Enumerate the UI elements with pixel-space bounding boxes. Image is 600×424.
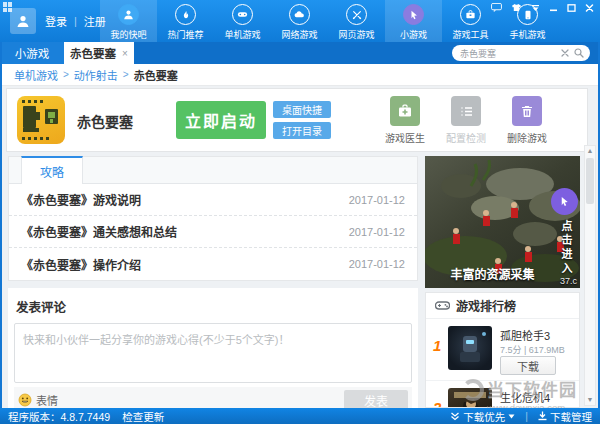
caret-down-icon <box>508 414 515 419</box>
video-corner-mark: 37.c <box>560 276 577 286</box>
gamepad-icon <box>232 4 253 25</box>
statusbar-divider: | <box>525 410 528 422</box>
cloud-icon <box>289 4 310 25</box>
list-check-icon <box>451 96 481 126</box>
medkit-icon <box>390 96 420 126</box>
ranking-panel: 游戏排行榜 1 孤胆枪手3 7.5分 | 617.9MB 下载 2 生化危机4 … <box>425 292 580 408</box>
window-edge <box>0 42 2 424</box>
maximize-button[interactable] <box>567 4 576 12</box>
open-directory-button[interactable]: 打开目录 <box>273 122 331 139</box>
tab-close-icon[interactable]: × <box>122 48 128 59</box>
enter-label[interactable]: 点击进入 <box>558 220 574 276</box>
feedback-icon[interactable] <box>491 3 502 12</box>
game-actions: 游戏医生 配置检测 删除游戏 <box>385 96 547 145</box>
emoji-button[interactable]: 表情 <box>18 392 58 408</box>
status-bar: 程序版本：4.8.7.7449 检查更新 下载优先 | 下载管理 <box>0 408 600 424</box>
minimize-button[interactable] <box>549 4 558 12</box>
video-thumbnail[interactable]: 点击进入 丰富的资源采集 37.c <box>425 156 580 288</box>
nav-item-online-games[interactable]: 网络游戏 <box>271 0 328 42</box>
tab-guide[interactable]: 攻略 <box>21 156 83 184</box>
skin-icon[interactable] <box>511 3 522 12</box>
scroll-up-icon[interactable]: ▲ <box>587 147 594 155</box>
version-text: 程序版本：4.8.7.7449 <box>8 409 110 424</box>
game-header-panel: 赤色要塞 立即启动 桌面快捷 打开目录 游戏医生 配置检测 删除游戏 <box>6 88 588 152</box>
game-title: 赤色要塞 <box>77 111 133 131</box>
flame-icon <box>175 4 196 25</box>
login-area: 登录 | 注册 <box>10 8 106 34</box>
breadcrumb-action-shooting[interactable]: 动作射击 <box>74 67 118 83</box>
launch-button[interactable]: 立即启动 <box>176 101 266 139</box>
toolbox-icon <box>460 4 481 25</box>
window-controls <box>491 3 594 12</box>
nav-item-mini-games[interactable]: 小游戏 <box>385 0 442 42</box>
nav-item-my-kuaiba[interactable]: 我的快吧 <box>100 0 157 42</box>
main-nav: 我的快吧 热门推荐 单机游戏 网络游戏 <box>100 0 556 42</box>
delete-game-button[interactable]: 删除游戏 <box>507 96 547 145</box>
comment-heading: 发表评论 <box>14 288 412 323</box>
desktop-shortcut-button[interactable]: 桌面快捷 <box>273 101 331 118</box>
guide-item[interactable]: 《赤色要塞》操作介绍 2017-01-12 <box>9 248 417 280</box>
tab-strip: 小游戏 赤色要塞 × <box>0 42 600 64</box>
user-icon <box>118 4 139 25</box>
breadcrumb-pc-games[interactable]: 单机游戏 <box>14 67 58 83</box>
guide-item[interactable]: 《赤色要塞》通关感想和总结 2017-01-12 <box>9 216 417 248</box>
content-scrollbar[interactable]: ▲ ▼ <box>584 145 596 406</box>
avatar-placeholder-icon[interactable] <box>10 8 36 34</box>
comment-input[interactable] <box>14 323 412 383</box>
smiley-icon <box>18 393 32 407</box>
guide-panel: 攻略 《赤色要塞》游戏说明 2017-01-12 《赤色要塞》通关感想和总结 2… <box>8 156 418 281</box>
nav-item-web-games[interactable]: 网页游戏 <box>328 0 385 42</box>
breadcrumb: 单机游戏 > 动作射击 > 赤色要塞 <box>2 64 598 86</box>
tab-active-game[interactable]: 赤色要塞 × <box>64 42 134 64</box>
search-input[interactable] <box>458 47 561 59</box>
download-manager-button[interactable]: 下载管理 <box>538 409 592 424</box>
comment-section: 发表评论 表情 发表 <box>8 288 418 408</box>
config-check-button[interactable]: 配置检测 <box>446 96 486 145</box>
download-priority-button[interactable]: 下载优先 <box>450 409 515 424</box>
game-thumbnail[interactable] <box>448 388 492 408</box>
cursor-icon <box>403 4 424 25</box>
game-thumbnail[interactable] <box>448 326 492 370</box>
search-box[interactable] <box>452 45 590 61</box>
download-icon <box>538 411 547 421</box>
nav-item-hot[interactable]: 热门推荐 <box>157 0 214 42</box>
download-button[interactable]: 下载 <box>500 356 556 375</box>
scroll-down-icon[interactable]: ▼ <box>587 396 594 404</box>
gamepad-icon <box>435 300 450 311</box>
login-link[interactable]: 登录 <box>45 13 67 29</box>
ranking-item[interactable]: 2 生化危机4 4.5分 | 2.4GB <box>426 381 579 408</box>
trash-icon <box>512 96 542 126</box>
titlebar: 登录 | 注册 我的快吧 热门推荐 单机游戏 <box>0 0 600 42</box>
breadcrumb-current: 赤色要塞 <box>134 67 178 83</box>
nav-item-pc-games[interactable]: 单机游戏 <box>214 0 271 42</box>
tab-mini-games[interactable]: 小游戏 <box>0 42 64 64</box>
app-window: 登录 | 注册 我的快吧 热门推荐 单机游戏 <box>0 0 600 424</box>
cursor-icon <box>559 196 570 207</box>
double-chevron-down-icon <box>450 412 460 421</box>
guide-tab-row: 攻略 <box>9 157 417 184</box>
guide-item[interactable]: 《赤色要塞》游戏说明 2017-01-12 <box>9 184 417 216</box>
search-clear-icon[interactable] <box>561 49 569 57</box>
crossed-swords-icon <box>346 4 367 25</box>
ranking-header: 游戏排行榜 <box>426 293 579 319</box>
close-button[interactable] <box>585 4 594 12</box>
login-divider: | <box>74 15 77 27</box>
search-icon[interactable] <box>574 48 584 58</box>
menu-caret-icon[interactable] <box>531 4 540 12</box>
game-doctor-button[interactable]: 游戏医生 <box>385 96 425 145</box>
video-caption: 丰富的资源采集 <box>425 265 560 282</box>
ranking-item[interactable]: 1 孤胆枪手3 7.5分 | 617.9MB 下载 <box>426 319 579 381</box>
game-icon[interactable] <box>17 96 65 144</box>
check-update-link[interactable]: 检查更新 <box>122 409 164 424</box>
scrollbar-thumb[interactable] <box>586 158 594 204</box>
enter-badge[interactable] <box>551 188 578 215</box>
